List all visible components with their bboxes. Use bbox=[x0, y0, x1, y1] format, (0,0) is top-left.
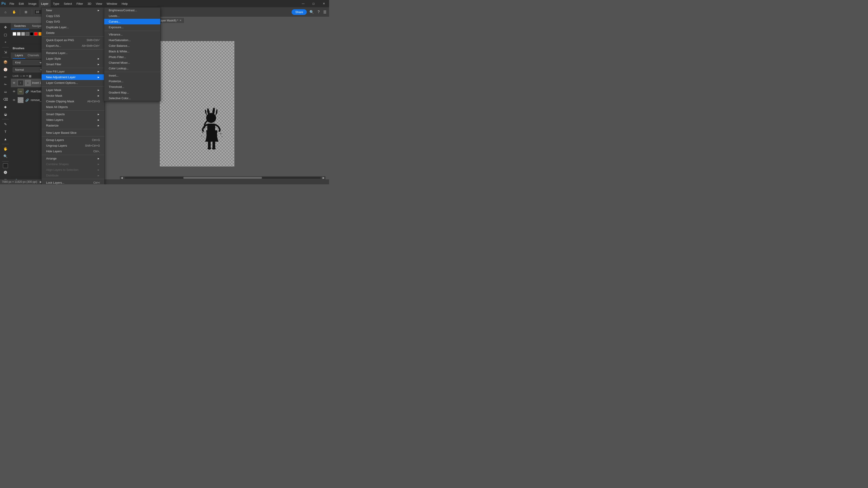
swatch-white[interactable] bbox=[13, 32, 16, 36]
adj-threshold[interactable]: Threshold... bbox=[104, 84, 160, 90]
clone-tool[interactable]: ✁ bbox=[1, 81, 9, 88]
menu-3d[interactable]: 3D bbox=[85, 0, 94, 7]
layers-tab-channels[interactable]: Channels bbox=[25, 53, 41, 59]
menu-edit[interactable]: Edit bbox=[17, 0, 26, 7]
adj-curves[interactable]: Curves... bbox=[104, 19, 160, 24]
menu-group-layers[interactable]: Group Layers Ctrl+G bbox=[41, 137, 104, 143]
scroll-right-arrow[interactable]: ▶ bbox=[322, 176, 326, 180]
swatch-red[interactable] bbox=[34, 32, 38, 36]
crop-tool[interactable]: ⇲ bbox=[1, 49, 9, 56]
lock-transparent-icon[interactable]: ○ bbox=[20, 74, 22, 78]
menu-align-layers[interactable]: Align Layers to Selection ► bbox=[41, 167, 104, 173]
swatch-darkgray[interactable] bbox=[26, 32, 29, 36]
adj-black-white[interactable]: Black & White... bbox=[104, 48, 160, 54]
foreground-color[interactable] bbox=[3, 163, 8, 168]
swatches-tab[interactable]: Swatches bbox=[11, 23, 29, 29]
selection-tool[interactable]: ▢ bbox=[1, 31, 9, 38]
pen-tool[interactable]: ✎ bbox=[1, 121, 9, 128]
menu-rasterize[interactable]: Rasterize ► bbox=[41, 123, 104, 128]
layer-dropdown-menu[interactable]: New ► Copy CSS Copy SVG Duplicate Layer.… bbox=[41, 7, 105, 184]
layer-eye-invert[interactable]: 👁 bbox=[13, 81, 16, 85]
menu-rename-layer[interactable]: Rename Layer... bbox=[41, 50, 104, 56]
lasso-tool[interactable]: ⚬ bbox=[1, 39, 9, 46]
lock-image-icon[interactable]: ✏ bbox=[23, 74, 25, 78]
eyedropper-tool[interactable]: 📦 bbox=[1, 59, 9, 66]
menu-type[interactable]: Type bbox=[51, 0, 61, 7]
adj-gradient-map[interactable]: Gradient Map... bbox=[104, 90, 160, 95]
tab-close-button[interactable]: ✕ bbox=[180, 19, 182, 22]
lock-artboard-icon[interactable]: ▦ bbox=[29, 74, 31, 78]
menu-layer-mask[interactable]: Layer Mask ► bbox=[41, 87, 104, 93]
menu-mask-all-objects[interactable]: Mask All Objects bbox=[41, 104, 104, 110]
move-tool[interactable]: ✥ bbox=[1, 24, 9, 31]
menu-create-clipping-mask[interactable]: Create Clipping Mask Alt+Ctrl+G bbox=[41, 98, 104, 104]
swatch-gray[interactable] bbox=[21, 32, 25, 36]
layer-eye-huesatur[interactable]: 👁 bbox=[13, 90, 16, 93]
menu-view[interactable]: View bbox=[94, 0, 104, 7]
menu-lock-layers[interactable]: Lock Layers... Ctrl+/ bbox=[41, 180, 104, 184]
menu-new-fill-layer[interactable]: New Fill Layer ► bbox=[41, 69, 104, 74]
menu-new[interactable]: New ► bbox=[41, 7, 104, 13]
hand-tool-button[interactable]: ✋ bbox=[10, 8, 18, 15]
adj-posterize[interactable]: Posterize... bbox=[104, 78, 160, 84]
menu-help[interactable]: Help bbox=[119, 0, 130, 7]
menu-delete[interactable]: Delete bbox=[41, 30, 104, 36]
close-button[interactable]: ✕ bbox=[319, 0, 329, 7]
scroll-left-arrow[interactable]: ◀ bbox=[120, 176, 124, 180]
menu-smart-objects[interactable]: Smart Objects ► bbox=[41, 111, 104, 117]
menu-copy-css[interactable]: Copy CSS bbox=[41, 13, 104, 19]
adj-levels[interactable]: Levels... bbox=[104, 13, 160, 19]
home-button[interactable]: ⌂ bbox=[2, 8, 9, 15]
menu-window[interactable]: Window bbox=[104, 0, 119, 7]
panels-icon[interactable]: ☰ bbox=[322, 9, 327, 15]
menu-new-layer-based-slice[interactable]: New Layer Based Slice bbox=[41, 130, 104, 135]
eraser-tool[interactable]: ⌫ bbox=[1, 96, 9, 103]
adj-invert[interactable]: Invert... bbox=[104, 73, 160, 78]
lock-position-icon[interactable]: ⌖ bbox=[26, 74, 28, 78]
text-tool[interactable]: T bbox=[1, 128, 9, 135]
menu-image[interactable]: Image bbox=[26, 0, 39, 7]
shape-tool[interactable]: ▲ bbox=[1, 135, 9, 142]
horizontal-scrollbar[interactable]: ◀ ▶ bbox=[120, 176, 326, 180]
adj-hue-saturation[interactable]: Hue/Saturation... bbox=[104, 37, 160, 43]
maximize-button[interactable]: ◻ bbox=[308, 0, 319, 7]
gradient-tool[interactable]: ◆ bbox=[1, 103, 9, 110]
adj-selective-color[interactable]: Selective Color... bbox=[104, 95, 160, 101]
menu-smart-filter[interactable]: Smart Filter ► bbox=[41, 61, 104, 67]
layer-eye-removebg[interactable]: 👁 bbox=[13, 98, 16, 102]
dodge-tool[interactable]: ◒ bbox=[1, 111, 9, 118]
adj-color-balance[interactable]: Color Balance... bbox=[104, 43, 160, 48]
adj-exposure[interactable]: Exposure... bbox=[104, 24, 160, 30]
brush-tool[interactable]: ✏ bbox=[1, 74, 9, 80]
adj-color-lookup[interactable]: Color Lookup... bbox=[104, 66, 160, 71]
help-icon[interactable]: ? bbox=[317, 9, 320, 15]
adj-channel-mixer[interactable]: Channel Mixer... bbox=[104, 60, 160, 66]
swatch-lightgray[interactable] bbox=[17, 32, 21, 36]
history-brush-tool[interactable]: ➯ bbox=[1, 88, 9, 95]
menu-ungroup-layers[interactable]: Ungroup Layers Shift+Ctrl+G bbox=[41, 143, 104, 149]
menu-copy-svg[interactable]: Copy SVG bbox=[41, 19, 104, 24]
adj-brightness-contrast[interactable]: Brightness/Contrast... bbox=[104, 7, 160, 13]
menu-vector-mask[interactable]: Vector Mask ► bbox=[41, 93, 104, 98]
share-button[interactable]: Share bbox=[291, 9, 307, 15]
layer-kind-select[interactable]: Kind bbox=[13, 60, 43, 65]
search-icon[interactable]: 🔍 bbox=[309, 9, 315, 15]
menu-duplicate-layer[interactable]: Duplicate Layer... bbox=[41, 24, 104, 30]
menu-layer[interactable]: Layer bbox=[39, 0, 51, 7]
menu-file[interactable]: File bbox=[7, 0, 17, 7]
adj-photo-filter[interactable]: Photo Filter... bbox=[104, 54, 160, 60]
arrange-button[interactable]: ⊞ bbox=[22, 8, 30, 15]
menu-hide-layers[interactable]: Hide Layers Ctrl+, bbox=[41, 149, 104, 154]
menu-filter[interactable]: Filter bbox=[74, 0, 85, 7]
menu-layer-style[interactable]: Layer Style ► bbox=[41, 56, 104, 61]
blend-mode-select[interactable]: Normal bbox=[13, 67, 43, 72]
zoom-tool[interactable]: 🔍 bbox=[1, 153, 9, 160]
menu-layer-content-options[interactable]: Layer Content Options... bbox=[41, 80, 104, 86]
swatch-black[interactable] bbox=[30, 32, 33, 36]
menu-video-layers[interactable]: Video Layers ► bbox=[41, 117, 104, 123]
menu-new-adjustment-layer[interactable]: New Adjustment Layer ► bbox=[41, 74, 104, 80]
scroll-thumb[interactable] bbox=[183, 177, 262, 179]
menu-select[interactable]: Select bbox=[61, 0, 74, 7]
adj-layer-submenu[interactable]: Brightness/Contrast... Levels... Curves.… bbox=[104, 7, 160, 101]
quick-mask-tool[interactable]: ⓿ bbox=[1, 169, 9, 176]
